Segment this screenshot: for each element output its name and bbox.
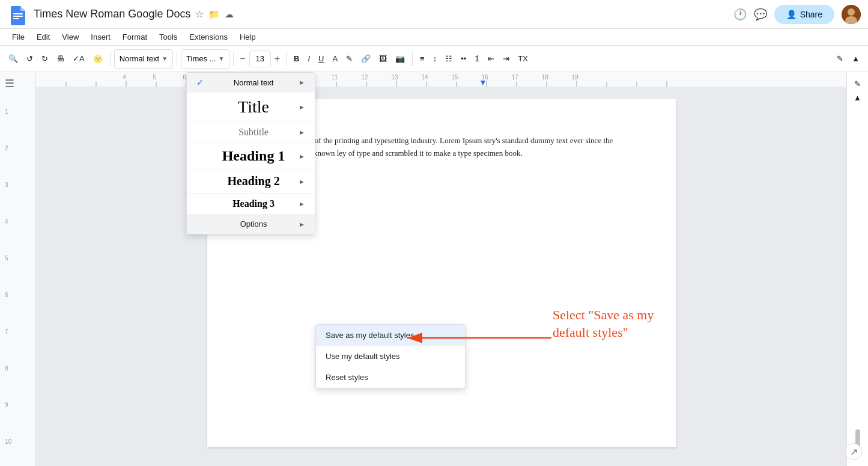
svg-text:15: 15 [451,74,458,81]
svg-text:16: 16 [481,74,488,81]
style-h3-label: Heading 3 [232,198,275,209]
separator-2 [177,52,177,66]
style-selector[interactable]: Normal text ▼ [114,49,173,69]
chevron-right-icon: ► [299,79,305,86]
ruler-mark-1: 1 [5,108,31,115]
line-spacing-button[interactable]: ↕ [429,52,441,66]
underline-button[interactable]: U [315,52,327,66]
outline-icon[interactable]: ☰ [5,78,14,90]
style-subtitle-label: Subtitle [238,127,269,138]
chevron-right-icon-6: ► [299,200,305,207]
svg-text:12: 12 [361,74,368,81]
title-right: 🕐 💬 👤 Share [733,5,861,24]
indent-decrease-button[interactable]: ⇤ [484,52,498,66]
collapse-toolbar-button[interactable]: ▲ [848,52,863,66]
menu-view[interactable]: View [57,31,83,43]
star-icon[interactable]: ☆ [195,8,204,20]
style-dropdown-arrow: ▼ [162,55,168,62]
ruler-mark-8: 8 [5,365,31,372]
use-default-label: Use my default styles [326,352,400,361]
folder-icon[interactable]: 📁 [208,9,220,20]
search-button[interactable]: 🔍 [5,52,22,66]
options-submenu[interactable]: Save as my default styles Use my default… [315,324,466,388]
style-title-label: Title [238,97,269,117]
link-button[interactable]: 🔗 [357,52,374,66]
font-name-label: Times ... [186,54,216,63]
main-area: ☰ 1 2 3 4 5 6 7 8 9 10 [0,72,868,466]
style-h2-label: Heading 2 [227,174,279,188]
style-item-h1[interactable]: Heading 1 ► [187,143,315,170]
menu-insert[interactable]: Insert [86,31,115,43]
spellcheck-button[interactable]: ✓A [69,52,88,66]
chevron-right-icon-5: ► [299,178,305,185]
history-icon[interactable]: 🕐 [733,8,747,21]
font-size-increase[interactable]: + [272,52,282,66]
use-default-styles-item[interactable]: Use my default styles [316,346,465,367]
font-size-decrease[interactable]: − [237,52,247,66]
style-selector-label: Normal text [120,54,159,63]
comment-icon[interactable]: 💬 [754,8,767,21]
horizontal-ruler: 4 5 6 7 8 9 10 11 12 13 14 15 16 17 18 1… [36,72,846,87]
style-item-title[interactable]: Title ► [187,93,315,122]
expand-icon: ↗ [850,446,858,458]
style-item-subtitle[interactable]: Subtitle ► [187,122,315,143]
style-item-h2[interactable]: Heading 2 ► [187,170,315,194]
toolbar: 🔍 ↺ ↻ 🖶 ✓A 🌝 Normal text ▼ Times ... ▼ −… [0,46,868,72]
font-size-input[interactable] [249,51,271,67]
numbered-list-button[interactable]: 1̇ [471,52,483,66]
svg-point-5 [848,8,855,16]
svg-text:13: 13 [391,74,398,81]
print-button[interactable]: 🖶 [53,52,68,66]
align-button[interactable]: ≡ [416,52,428,66]
svg-text:19: 19 [571,74,578,81]
menu-help[interactable]: Help [235,31,261,43]
style-dropdown[interactable]: ✓ Normal text ► Title ► Subtitle ► Headi… [186,72,315,235]
menu-file[interactable]: File [7,31,29,43]
checklist-button[interactable]: ☷ [442,52,456,66]
share-button[interactable]: 👤 Share [774,5,834,24]
svg-text:11: 11 [331,74,338,81]
font-selector[interactable]: Times ... ▼ [181,49,229,69]
svg-rect-7 [36,72,846,87]
svg-rect-2 [13,16,23,17]
chevron-right-icon-2: ► [299,103,305,111]
style-item-normal[interactable]: ✓ Normal text ► [187,73,315,93]
edit-mode-button[interactable]: ✎ [833,52,847,66]
doc-title: Times New Roman Google Docs [34,8,190,20]
chevron-right-icon-3: ► [299,129,305,136]
style-item-options[interactable]: Options ► [187,215,315,234]
undo-button[interactable]: ↺ [23,52,37,66]
right-edit-button[interactable]: ✎ [847,77,868,91]
insert-image-button[interactable]: 🖼 [375,52,390,66]
user-avatar[interactable] [842,5,861,24]
bold-button[interactable]: B [290,52,303,66]
title-left: Times New Roman Google Docs ☆ 📁 ☁ [7,4,234,25]
bottom-right-button[interactable]: ↗ [845,443,862,460]
bullet-list-button[interactable]: •• [457,52,470,66]
style-h1-label: Heading 1 [222,148,285,164]
redo-button[interactable]: ↻ [38,52,52,66]
ruler-mark-7: 7 [5,328,31,335]
cloud-icon: ☁ [225,9,234,20]
right-controls: ✎ ▲ [846,72,868,466]
document-area[interactable]: imply dummy text of the printing and typ… [36,87,846,466]
reset-styles-item[interactable]: Reset styles [316,367,465,388]
clear-formatting-button[interactable]: TΧ [514,52,532,66]
right-collapse-button[interactable]: ▲ [847,91,868,105]
insert-photo-button[interactable]: 📷 [392,52,408,66]
save-default-styles-item[interactable]: Save as my default styles [316,325,465,346]
menu-format[interactable]: Format [118,31,152,43]
menu-extensions[interactable]: Extensions [184,31,232,43]
text-color-button[interactable]: A [329,52,341,66]
italic-button[interactable]: I [304,52,314,66]
menu-edit[interactable]: Edit [32,31,55,43]
highlight-button[interactable]: ✎ [342,52,356,66]
ruler-mark-5: 5 [5,255,31,262]
paint-format-button[interactable]: 🌝 [90,52,106,66]
menu-tools[interactable]: Tools [154,31,182,43]
svg-text:14: 14 [421,74,428,81]
style-item-h3[interactable]: Heading 3 ► [187,194,315,215]
check-icon: ✓ [196,78,208,87]
ruler-content-area: 4 5 6 7 8 9 10 11 12 13 14 15 16 17 18 1… [36,72,846,466]
indent-increase-button[interactable]: ⇥ [499,52,513,66]
